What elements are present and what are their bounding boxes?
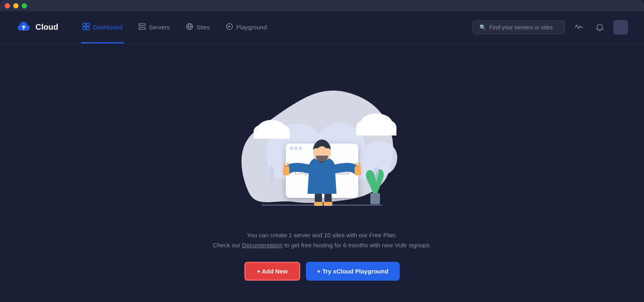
search-icon: 🔍 xyxy=(479,24,486,31)
add-new-button[interactable]: + Add New xyxy=(244,262,300,281)
playground-icon xyxy=(226,23,233,32)
svg-rect-3 xyxy=(87,27,89,30)
search-area: 🔍 Find your servers or sites xyxy=(473,20,628,35)
nav-item-playground[interactable]: Playground xyxy=(218,11,275,43)
header: Cloud Dashboard xyxy=(0,11,644,43)
window-bar xyxy=(0,0,644,11)
nav-item-servers[interactable]: Servers xyxy=(130,11,178,43)
svg-rect-19 xyxy=(356,127,396,136)
svg-point-22 xyxy=(294,147,297,150)
svg-rect-32 xyxy=(287,162,289,167)
nav-item-dashboard[interactable]: Dashboard xyxy=(74,11,130,43)
add-new-label: + Add New xyxy=(257,268,288,275)
svg-rect-5 xyxy=(139,27,145,29)
illustration: Empty Dashboard xyxy=(209,65,435,218)
nav-sites-label: Sites xyxy=(196,24,210,31)
minimize-button[interactable] xyxy=(13,3,19,8)
search-placeholder: Find your servers or sites xyxy=(489,24,553,31)
activity-button[interactable] xyxy=(572,20,586,35)
dashboard-icon xyxy=(83,23,90,32)
description-line2: Check our xyxy=(213,242,242,249)
svg-rect-0 xyxy=(83,23,86,26)
svg-rect-31 xyxy=(284,162,286,167)
svg-rect-35 xyxy=(359,162,360,167)
user-avatar[interactable] xyxy=(613,20,628,35)
servers-icon xyxy=(138,23,146,32)
description-line3: to get free hosting for 6 months with ne… xyxy=(283,242,431,249)
svg-rect-4 xyxy=(139,24,145,26)
close-button[interactable] xyxy=(5,3,10,8)
svg-point-23 xyxy=(299,147,302,150)
search-box[interactable]: 🔍 Find your servers or sites xyxy=(473,21,565,34)
maximize-button[interactable] xyxy=(22,3,27,8)
svg-rect-36 xyxy=(370,193,380,204)
nav-dashboard-label: Dashboard xyxy=(93,24,122,31)
try-playground-label: + Try xCloud Playground xyxy=(317,268,388,275)
notifications-button[interactable] xyxy=(592,20,607,35)
svg-rect-1 xyxy=(87,23,89,26)
text-section: You can create 1 server and 10 sites wit… xyxy=(213,230,431,251)
try-playground-button[interactable]: + Try xCloud Playground xyxy=(306,262,400,281)
svg-point-7 xyxy=(140,28,141,29)
svg-rect-30 xyxy=(283,166,289,175)
svg-point-6 xyxy=(140,24,141,25)
main-content: Empty Dashboard xyxy=(0,43,644,302)
sites-icon xyxy=(186,23,193,32)
svg-rect-34 xyxy=(356,162,357,167)
nav-playground-label: Playground xyxy=(236,24,267,31)
svg-point-21 xyxy=(290,147,293,150)
nav-servers-label: Servers xyxy=(149,24,170,31)
action-buttons: + Add New + Try xCloud Playground xyxy=(244,262,400,281)
svg-rect-2 xyxy=(83,27,86,30)
nav-item-sites[interactable]: Sites xyxy=(178,11,218,43)
main-nav: Dashboard Servers xyxy=(74,11,473,43)
logo-area: Cloud xyxy=(16,20,58,35)
logo-icon xyxy=(16,20,31,35)
svg-rect-15 xyxy=(254,131,290,139)
svg-rect-33 xyxy=(355,166,361,175)
description-line1: You can create 1 server and 10 sites wit… xyxy=(247,232,397,238)
logo-text: Cloud xyxy=(35,23,58,32)
documentation-link[interactable]: Documentation xyxy=(242,242,283,249)
